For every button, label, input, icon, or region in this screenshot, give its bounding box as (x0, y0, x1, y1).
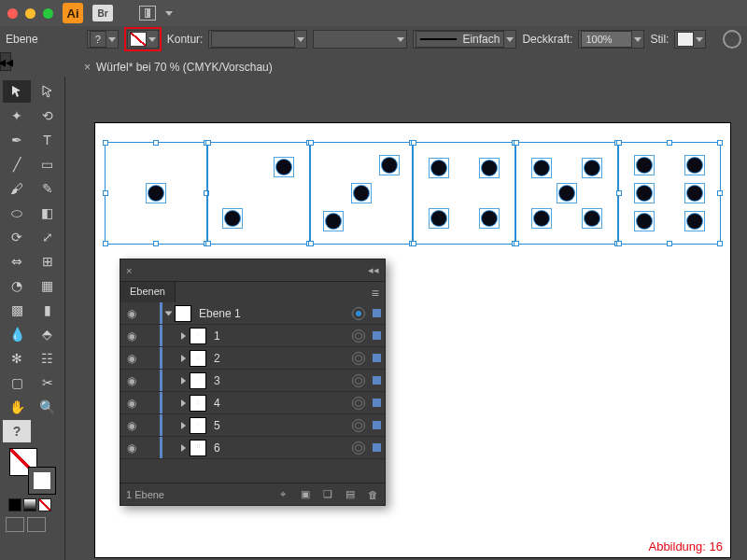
stroke-weight-control[interactable] (208, 30, 307, 49)
stroke-swatch[interactable] (28, 467, 56, 495)
magic-wand-tool[interactable]: ✦ (3, 105, 31, 127)
layer-name-label[interactable]: 6 (210, 441, 348, 455)
shape-builder-tool[interactable]: ◔ (3, 274, 31, 297)
pip[interactable] (637, 186, 652, 201)
panel-menu-icon[interactable]: ≡ (366, 282, 385, 302)
panel-close-icon[interactable]: × (126, 265, 132, 276)
pip[interactable] (482, 161, 497, 175)
target-icon[interactable] (352, 329, 365, 343)
pip[interactable] (148, 186, 163, 201)
pip[interactable] (687, 186, 702, 201)
eraser-tool[interactable]: ◧ (34, 202, 62, 224)
die-face-5[interactable] (515, 142, 618, 245)
minimize-window-button[interactable] (25, 8, 35, 19)
die-face-3[interactable] (310, 142, 413, 245)
screen-mode-buttons[interactable] (6, 517, 59, 532)
visibility-icon[interactable]: ◉ (124, 307, 139, 320)
pip[interactable] (534, 161, 549, 175)
pip[interactable] (382, 158, 397, 173)
disclosure-icon[interactable] (181, 399, 186, 407)
pip[interactable] (637, 214, 652, 229)
eyedropper-tool[interactable]: 💧 (3, 323, 31, 345)
pip[interactable] (559, 186, 574, 201)
locate-object-icon[interactable]: ⌖ (276, 488, 289, 500)
close-tab-icon[interactable]: × (84, 61, 91, 74)
mesh-tool[interactable]: ▩ (3, 299, 31, 321)
zoom-tool[interactable]: 🔍 (34, 396, 62, 418)
collapse-tools-button[interactable]: ◂◂ (0, 52, 11, 71)
target-icon[interactable] (352, 419, 365, 432)
pip[interactable] (482, 211, 497, 226)
workspace-button[interactable] (139, 6, 156, 21)
pen-tool[interactable]: ✒ (3, 129, 31, 151)
target-icon[interactable] (352, 441, 365, 455)
pip[interactable] (687, 214, 702, 229)
blend-tool[interactable]: ⬘ (34, 323, 62, 345)
layer-name-label[interactable]: 3 (210, 374, 348, 387)
type-tool[interactable]: T (34, 129, 62, 151)
pip[interactable] (276, 160, 291, 175)
die-face-4[interactable] (413, 142, 515, 245)
die-face-6[interactable] (618, 142, 721, 245)
pip[interactable] (354, 186, 369, 201)
graph-tool[interactable]: ☷ (34, 347, 62, 370)
visibility-icon[interactable]: ◉ (124, 329, 139, 343)
graphic-style-control[interactable] (674, 30, 706, 49)
visibility-icon[interactable]: ◉ (124, 352, 139, 365)
gradient-tool[interactable]: ▮ (34, 299, 62, 321)
die-face-2[interactable] (207, 142, 310, 245)
new-layer-icon[interactable]: ▤ (344, 488, 357, 500)
perspective-tool[interactable]: ▦ (34, 274, 62, 297)
layer-row[interactable]: ◉⁙5 (120, 414, 385, 437)
rotate-tool[interactable]: ⟳ (3, 226, 31, 248)
layer-row-top[interactable]: ◉Ebene 1 (120, 302, 385, 325)
width-tool[interactable]: ⇔ (3, 250, 31, 273)
opacity-control[interactable]: 100% (578, 30, 644, 49)
pip[interactable] (431, 211, 446, 226)
document-tab[interactable]: × Würfel* bei 70 % (CMYK/Vorschau) (75, 56, 282, 77)
layer-row[interactable]: ◉·1 (120, 325, 385, 347)
bridge-button[interactable]: Br (92, 5, 113, 21)
visibility-icon[interactable]: ◉ (124, 397, 139, 410)
disclosure-icon[interactable] (165, 311, 173, 315)
unknown-tool[interactable]: ? (3, 420, 31, 442)
layer-name-label[interactable]: 2 (210, 352, 348, 365)
pip[interactable] (637, 158, 652, 173)
visibility-icon[interactable]: ◉ (124, 374, 139, 387)
artboard-tool[interactable]: ▢ (3, 371, 31, 394)
new-sublayer-icon[interactable]: ❏ (321, 488, 334, 500)
none-mode-button[interactable] (38, 498, 51, 511)
pip[interactable] (534, 211, 549, 226)
slice-tool[interactable]: ✂ (34, 371, 62, 394)
disclosure-icon[interactable] (181, 444, 186, 452)
delete-layer-icon[interactable]: 🗑 (366, 489, 379, 500)
layer-name-label[interactable]: 4 (210, 397, 348, 410)
rectangle-tool[interactable]: ▭ (34, 153, 62, 175)
pip[interactable] (585, 161, 599, 175)
target-icon[interactable] (352, 352, 365, 365)
layer-name-label[interactable]: 1 (210, 329, 348, 343)
pip[interactable] (431, 161, 446, 175)
direct-selection-tool[interactable] (34, 80, 62, 103)
zoom-window-button[interactable] (43, 8, 53, 19)
fill-color-control[interactable]: ? (87, 30, 119, 49)
pip[interactable] (585, 211, 599, 226)
layers-tab[interactable]: Ebenen (120, 282, 176, 302)
visibility-icon[interactable]: ◉ (124, 441, 139, 455)
free-transform-tool[interactable]: ⊞ (34, 250, 62, 273)
hand-tool[interactable]: ✋ (3, 396, 31, 418)
scale-tool[interactable]: ⤢ (34, 226, 62, 248)
pip[interactable] (687, 158, 702, 173)
symbol-spray-tool[interactable]: ✻ (3, 347, 31, 370)
pip[interactable] (225, 211, 240, 226)
disclosure-icon[interactable] (181, 355, 186, 362)
stroke-color-control[interactable] (127, 30, 159, 49)
selection-group[interactable] (105, 142, 721, 245)
layers-panel[interactable]: × ◂◂ Ebenen ≡ ◉Ebene 1◉·1◉∴2◉⋰3◉∷4◉⁙5◉⠿6… (120, 259, 386, 506)
color-mode-button[interactable] (8, 498, 21, 511)
die-face-1[interactable] (105, 142, 207, 245)
disclosure-icon[interactable] (181, 332, 186, 340)
layer-row[interactable]: ◉∷4 (120, 392, 385, 414)
layer-name-label[interactable]: Ebene 1 (195, 307, 348, 320)
layer-row[interactable]: ◉∴2 (120, 347, 385, 370)
